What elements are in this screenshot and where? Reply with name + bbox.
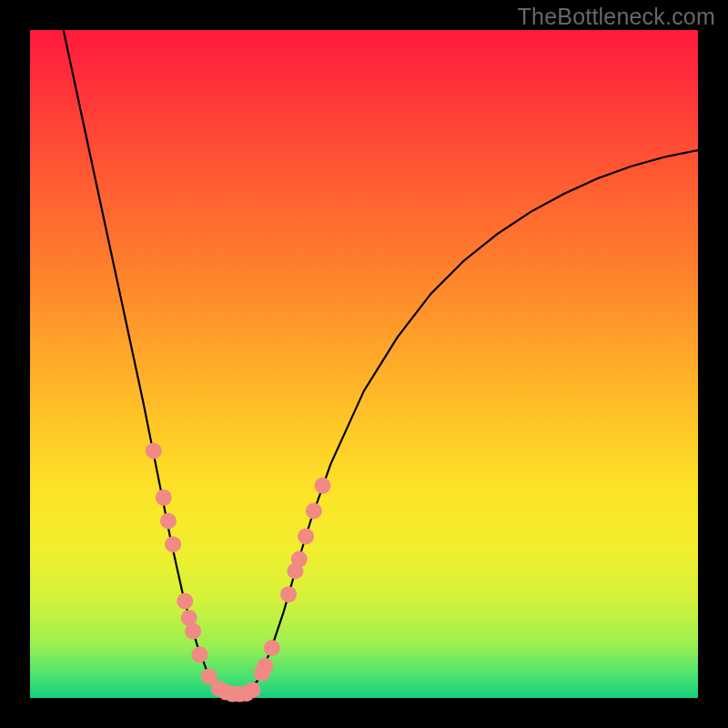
marker-point — [306, 503, 322, 520]
marker-point — [146, 442, 162, 459]
bottleneck-curve — [64, 30, 698, 694]
marker-point — [160, 513, 177, 530]
watermark-label: TheBottleneck.com — [518, 4, 715, 30]
marker-point — [191, 646, 207, 662]
marker-point — [264, 640, 280, 656]
marker-point — [280, 586, 297, 602]
marker-point — [315, 478, 331, 494]
marker-point — [298, 528, 314, 544]
marker-point — [165, 536, 181, 552]
marker-point — [185, 623, 201, 640]
marker-group — [146, 442, 331, 702]
marker-point — [257, 658, 273, 674]
marker-point — [177, 593, 193, 610]
marker-point — [156, 490, 172, 506]
marker-point — [291, 551, 308, 567]
chart-frame: TheBottleneck.com — [0, 0, 728, 728]
marker-point — [244, 682, 260, 698]
chart-svg — [0, 0, 728, 728]
